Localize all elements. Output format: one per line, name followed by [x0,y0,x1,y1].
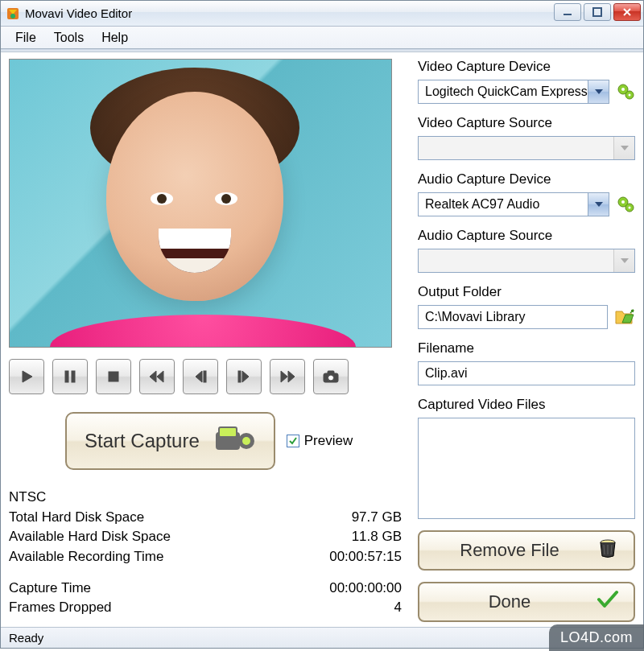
capture-time-value: 00:00:00:00 [329,579,402,599]
chevron-down-icon [588,80,609,103]
app-window: Movavi Video Editor File Tools Help [0,0,644,649]
svg-rect-2 [564,14,572,15]
total-disk-label: Total Hard Disk Space [9,508,144,528]
svg-rect-6 [109,372,118,381]
step-back-button[interactable] [183,359,218,394]
chevron-down-icon [588,193,609,216]
svg-point-21 [621,200,625,204]
minimize-button[interactable] [554,3,581,21]
frames-dropped-label: Frames Dropped [9,598,112,618]
preview-checkbox[interactable]: Preview [287,433,353,449]
frames-dropped-value: 4 [394,598,402,618]
video-standard: NTSC [9,488,46,508]
svg-point-1 [10,14,15,19]
svg-rect-3 [593,8,601,16]
svg-point-17 [621,88,625,91]
remove-file-button[interactable]: Remove File [418,530,635,571]
audio-source-label: Audio Capture Source [418,228,635,244]
svg-rect-7 [204,371,206,382]
rewind-button[interactable] [139,359,175,394]
svg-point-23 [629,207,631,209]
step-forward-button[interactable] [226,359,262,394]
pause-button[interactable] [52,359,88,394]
audio-device-settings-button[interactable] [616,195,635,214]
svg-rect-4 [65,371,68,382]
play-button[interactable] [9,359,44,394]
svg-point-19 [629,94,631,97]
video-preview [9,59,392,348]
video-source-select [418,136,635,160]
checkmark-icon [597,590,619,614]
snapshot-button[interactable] [313,359,349,394]
maximize-button[interactable] [584,3,611,21]
video-source-label: Video Capture Source [418,115,635,131]
audio-device-select[interactable]: Realtek AC97 Audio [418,192,609,216]
camcorder-icon [214,426,256,456]
audio-source-select [418,249,635,273]
captured-files-list[interactable] [418,418,635,519]
app-icon [6,6,20,21]
filename-value: Clip.avi [425,366,467,381]
audio-device-value: Realtek AC97 Audio [425,197,539,212]
capture-time-label: Capture Time [9,579,91,599]
window-title: Movavi Video Editor [25,6,554,20]
status-text: Ready [9,631,43,645]
menu-help[interactable]: Help [95,29,134,47]
video-device-value: Logitech QuickCam Express [425,84,588,99]
avail-disk-label: Available Hard Disk Space [9,527,171,547]
titlebar: Movavi Video Editor [1,1,643,27]
audio-device-label: Audio Capture Device [418,171,635,187]
svg-rect-10 [328,371,334,374]
preview-checkbox-label: Preview [304,433,353,449]
video-device-select[interactable]: Logitech QuickCam Express [418,80,609,104]
rec-time-label: Available Recording Time [9,547,163,567]
total-disk-value: 97.7 GB [352,508,402,528]
statusbar: Ready [1,627,643,648]
browse-folder-button[interactable] [614,308,635,326]
filename-input[interactable]: Clip.avi [418,361,635,385]
output-folder-label: Output Folder [418,284,635,300]
svg-point-15 [242,437,250,445]
video-device-label: Video Capture Device [418,59,635,75]
close-button[interactable] [613,3,641,21]
avail-disk-value: 11.8 GB [352,527,402,547]
start-capture-label: Start Capture [85,430,200,452]
remove-file-label: Remove File [434,540,585,561]
filename-label: Filename [418,340,635,356]
output-folder-input[interactable]: C:\Movavi Library [418,305,608,329]
stop-button[interactable] [96,359,131,394]
menu-file[interactable]: File [9,29,43,47]
svg-rect-5 [72,371,75,382]
start-capture-button[interactable]: Start Capture [65,412,275,470]
output-folder-value: C:\Movavi Library [425,310,525,324]
svg-rect-13 [219,427,237,437]
chevron-down-icon [613,137,634,159]
svg-rect-8 [238,371,241,382]
rec-time-value: 00:00:57:15 [329,547,402,567]
video-device-settings-button[interactable] [616,82,635,101]
captured-files-label: Captured Video Files [418,397,635,413]
chevron-down-icon [613,249,634,272]
done-label: Done [434,591,585,612]
trash-icon [597,537,619,564]
menubar: File Tools Help [1,27,643,49]
svg-point-11 [328,375,334,381]
playback-controls [9,359,410,394]
menu-tools[interactable]: Tools [47,29,90,47]
fast-forward-button[interactable] [270,359,305,394]
capture-stats: NTSC Total Hard Disk Space97.7 GB Availa… [9,488,410,618]
watermark: LO4D.com [549,624,644,649]
done-button[interactable]: Done [418,582,635,622]
checkbox-icon [287,435,299,447]
